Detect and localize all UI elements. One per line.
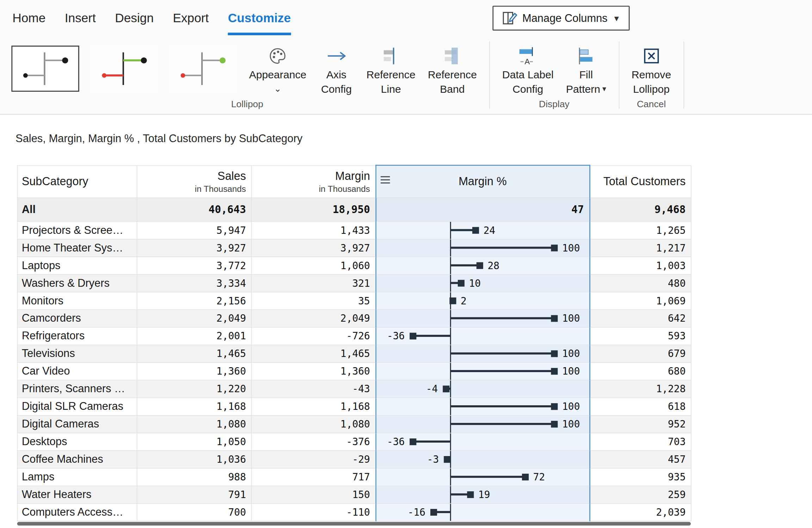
horizontal-scrollbar[interactable] xyxy=(17,522,691,525)
total-row[interactable]: All 40,643 18,950 47 9,468 xyxy=(17,198,691,221)
margin-pct-cell: -16 xyxy=(376,503,590,521)
table-row[interactable]: Water Heaters 791 150 19 259 xyxy=(17,486,691,503)
manage-columns-button[interactable]: Manage Columns ▼ xyxy=(492,6,630,31)
lollipop-value-label: -3 xyxy=(427,451,439,468)
app-window: Home Insert Design Export Customize Mana… xyxy=(0,0,812,528)
metrics-table: SubCategory Sales in Thousands Margin in… xyxy=(17,165,691,521)
column-menu-icon[interactable] xyxy=(380,176,389,186)
table-row[interactable]: Televisions 1,465 1,465 100 679 xyxy=(17,345,691,362)
remove-icon xyxy=(642,45,660,66)
table-row[interactable]: Car Video 1,360 1,360 100 680 xyxy=(17,362,691,380)
lollipop-value-label: 2 xyxy=(461,292,467,309)
margin-pct-cell: 28 xyxy=(376,256,590,274)
table-row[interactable]: Refrigerators 2,001 -726 -36 593 xyxy=(17,327,691,345)
lollipop-stick xyxy=(413,335,450,337)
table-row[interactable]: Printers, Scanners … 1,220 -43 -4 1,228 xyxy=(17,380,691,397)
fill-pattern-button[interactable]: Fill Pattern ▾ xyxy=(560,36,612,96)
lollipop-style-3-preview xyxy=(170,47,236,91)
customers-cell: 952 xyxy=(590,415,691,433)
display-group-label: Display xyxy=(496,99,612,114)
tab-customize[interactable]: Customize xyxy=(228,0,291,36)
lollipop-style-2[interactable] xyxy=(90,45,158,92)
lollipop-marker xyxy=(410,438,416,445)
lollipop-marker xyxy=(457,280,464,286)
margin-pct-header-label: Margin % xyxy=(459,175,507,188)
margin-pct-cell: 100 xyxy=(376,309,590,327)
subcategory-cell: Digital Cameras xyxy=(17,415,137,433)
svg-text:A: A xyxy=(525,57,530,65)
reference-band-button[interactable]: Reference Band xyxy=(422,36,483,96)
table-row[interactable]: Computers Access… 700 -110 -16 2,039 xyxy=(17,503,691,521)
table-row[interactable]: Washers & Dryers 3,334 321 10 480 xyxy=(17,274,691,292)
data-label-config-button[interactable]: A Data Label Config xyxy=(496,36,560,96)
table-row[interactable]: Desktops 1,050 -376 -36 703 xyxy=(17,433,691,450)
sales-cell: 988 xyxy=(137,468,252,486)
table-body: Projectors & Scree… 5,947 1,433 24 1,265… xyxy=(17,221,691,521)
customers-cell: 259 xyxy=(590,486,691,503)
lollipop-stick xyxy=(450,423,554,425)
margin-cell: 1,465 xyxy=(251,345,376,362)
margin-pct-cell: -36 xyxy=(376,327,590,345)
margin-cell: -43 xyxy=(251,380,376,397)
column-header-subcategory[interactable]: SubCategory xyxy=(17,165,137,198)
customers-cell: 935 xyxy=(590,468,691,486)
table-row[interactable]: Monitors 2,156 35 2 1,069 xyxy=(17,292,691,309)
manage-columns-label: Manage Columns xyxy=(522,12,608,24)
table-row[interactable]: Projectors & Scree… 5,947 1,433 24 1,265 xyxy=(17,221,691,239)
column-header-sales[interactable]: Sales in Thousands xyxy=(137,165,252,198)
toolbar-separator xyxy=(489,42,490,109)
margin-cell: 2,049 xyxy=(251,309,376,327)
tab-design[interactable]: Design xyxy=(115,0,154,36)
tab-insert[interactable]: Insert xyxy=(65,0,96,36)
remove-lollipop-button[interactable]: Remove Lollipop xyxy=(625,36,677,96)
customers-cell: 593 xyxy=(590,327,691,345)
customers-cell: 679 xyxy=(590,345,691,362)
sales-header-label: Sales xyxy=(138,169,246,183)
appearance-button[interactable]: Appearance ⌄ xyxy=(243,36,313,95)
lollipop-style-3[interactable] xyxy=(169,45,236,92)
table-row[interactable]: Digital SLR Cameras 1,168 1,168 100 618 xyxy=(17,397,691,415)
column-header-total-customers[interactable]: Total Customers xyxy=(590,165,691,198)
display-group: A Data Label Config xyxy=(496,36,612,114)
tab-export[interactable]: Export xyxy=(173,0,209,36)
lollipop-marker xyxy=(551,420,558,427)
table-row[interactable]: Home Theater Sys… 3,927 3,927 100 1,217 xyxy=(17,239,691,256)
tab-bar: Home Insert Design Export Customize Mana… xyxy=(0,0,812,36)
manage-columns-icon xyxy=(502,10,517,26)
table-row[interactable]: Lamps 988 717 72 935 xyxy=(17,468,691,486)
chevron-down-icon: ⌄ xyxy=(274,83,282,95)
toolbar-separator xyxy=(683,42,684,109)
table-row[interactable]: Laptops 3,772 1,060 28 1,003 xyxy=(17,256,691,274)
lollipop-value-label: 72 xyxy=(533,468,545,485)
axis-config-label-2: Config xyxy=(321,82,352,96)
margin-cell: 1,433 xyxy=(251,221,376,239)
ribbon: Home Insert Design Export Customize Mana… xyxy=(0,0,812,115)
lollipop-value-label: 100 xyxy=(562,239,580,256)
lollipop-style-2-preview xyxy=(91,47,157,91)
table-row[interactable]: Camcorders 2,049 2,049 100 642 xyxy=(17,309,691,327)
axis-arrow-icon xyxy=(326,45,347,66)
lollipop-marker xyxy=(476,262,483,269)
margin-cell: 1,060 xyxy=(251,256,376,274)
reference-band-label-2: Band xyxy=(440,82,465,96)
lollipop-value-label: 100 xyxy=(562,310,580,327)
fill-pattern-icon xyxy=(577,45,595,66)
axis-config-button[interactable]: Axis Config xyxy=(313,36,360,96)
margin-cell: -29 xyxy=(251,450,376,468)
sales-cell: 1,465 xyxy=(137,345,252,362)
margin-cell: 321 xyxy=(251,274,376,292)
column-header-margin[interactable]: Margin in Thousands xyxy=(251,165,376,198)
tab-home[interactable]: Home xyxy=(12,0,45,36)
lollipop-marker xyxy=(472,227,479,233)
sales-cell: 3,772 xyxy=(137,256,252,274)
margin-cell: 150 xyxy=(251,486,376,503)
reference-line-button[interactable]: Reference Line xyxy=(360,36,422,96)
table-row[interactable]: Coffee Machines 1,036 -29 -3 457 xyxy=(17,450,691,468)
column-header-margin-pct[interactable]: Margin % xyxy=(376,165,590,198)
margin-pct-cell: 10 xyxy=(376,274,590,292)
customers-header-label: Total Customers xyxy=(591,175,686,188)
margin-cell: 3,927 xyxy=(251,239,376,256)
table-row[interactable]: Digital Cameras 1,080 1,080 100 952 xyxy=(17,415,691,433)
lollipop-style-1[interactable] xyxy=(11,45,79,92)
lollipop-value-label: 19 xyxy=(478,486,490,503)
